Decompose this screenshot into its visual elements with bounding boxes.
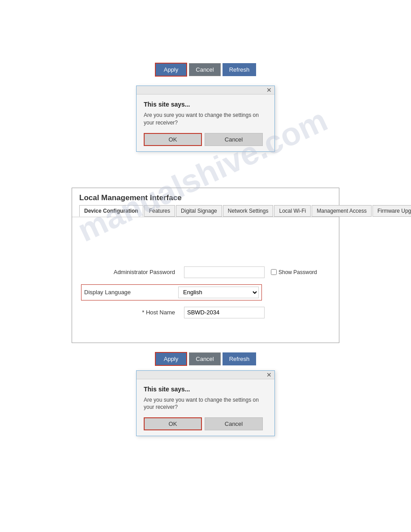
top-refresh-button[interactable]: Refresh <box>223 63 257 76</box>
top-dialog-titlebar: ✕ <box>137 86 274 94</box>
display-language-row: Display Language English <box>81 284 330 300</box>
content-spacer <box>81 231 330 266</box>
host-name-row: * Host Name <box>81 307 330 318</box>
show-password-row: Show Password <box>271 269 317 275</box>
show-password-checkbox[interactable] <box>271 269 277 275</box>
tab-management-access[interactable]: Management Access <box>312 205 371 217</box>
top-dialog-message: Are you sure you want to change the sett… <box>144 112 267 127</box>
display-language-label: Display Language <box>84 289 174 296</box>
top-apply-button[interactable]: Apply <box>155 63 188 77</box>
bottom-button-bar: Apply Cancel Refresh <box>0 352 411 366</box>
tab-digital-signage[interactable]: Digital Signage <box>176 205 222 217</box>
admin-password-row: Administrator Password Show Password <box>81 266 330 278</box>
top-dialog-close-button[interactable]: ✕ <box>265 87 273 93</box>
lmi-panel: Local Management Interface Device Config… <box>72 188 339 343</box>
tab-firmware-upgrade[interactable]: Firmware Upgrade <box>372 205 411 217</box>
bottom-dialog-titlebar: ✕ <box>137 371 274 379</box>
bottom-dialog-close-button[interactable]: ✕ <box>265 372 273 378</box>
top-cancel-button[interactable]: Cancel <box>189 63 220 76</box>
tab-features[interactable]: Features <box>144 205 175 217</box>
admin-password-input[interactable] <box>184 266 265 278</box>
show-password-label: Show Password <box>278 269 317 275</box>
display-language-select[interactable]: English <box>178 287 259 298</box>
host-name-input[interactable] <box>184 307 265 318</box>
lmi-title: Local Management Interface <box>79 193 332 202</box>
bottom-refresh-button[interactable]: Refresh <box>223 352 257 365</box>
bottom-dialog-title: This site says... <box>144 386 267 393</box>
bottom-dialog-ok-button[interactable]: OK <box>144 417 202 430</box>
tab-device-configuration[interactable]: Device Configuration <box>79 205 143 217</box>
admin-password-label: Administrator Password <box>81 269 180 275</box>
bottom-dialog-body: This site says... Are you sure you want … <box>137 379 274 436</box>
top-dialog: ✕ This site says... Are you sure you wan… <box>136 86 275 152</box>
top-dialog-cancel-button[interactable]: Cancel <box>205 133 263 146</box>
top-dialog-body: This site says... Are you sure you want … <box>137 94 274 151</box>
bottom-dialog-message: Are you sure you want to change the sett… <box>144 396 267 412</box>
top-dialog-ok-button[interactable]: OK <box>144 133 202 146</box>
top-dialog-buttons: OK Cancel <box>144 133 267 146</box>
top-dialog-title: This site says... <box>144 101 267 108</box>
bottom-dialog-container: ✕ This site says... Are you sure you wan… <box>0 370 411 437</box>
lmi-header: Local Management Interface Device Config… <box>72 188 339 217</box>
lmi-tabs: Device Configuration Features Digital Si… <box>79 205 332 217</box>
content-spacer-2 <box>81 325 330 334</box>
lmi-content: Administrator Password Show Password Dis… <box>72 217 339 343</box>
top-dialog-container: ✕ This site says... Are you sure you wan… <box>0 86 411 152</box>
bottom-dialog-cancel-button[interactable]: Cancel <box>205 417 263 430</box>
tab-network-settings[interactable]: Network Settings <box>223 205 274 217</box>
bottom-apply-button[interactable]: Apply <box>155 352 188 366</box>
host-name-label: * Host Name <box>81 309 180 316</box>
display-language-highlight: Display Language English <box>81 284 262 300</box>
spacer-1 <box>0 161 411 188</box>
top-button-bar: Apply Cancel Refresh <box>0 0 411 81</box>
bottom-dialog: ✕ This site says... Are you sure you wan… <box>136 370 275 437</box>
bottom-dialog-buttons: OK Cancel <box>144 417 267 430</box>
bottom-cancel-button[interactable]: Cancel <box>189 352 220 365</box>
tab-local-wifi[interactable]: Local Wi-Fi <box>274 205 311 217</box>
